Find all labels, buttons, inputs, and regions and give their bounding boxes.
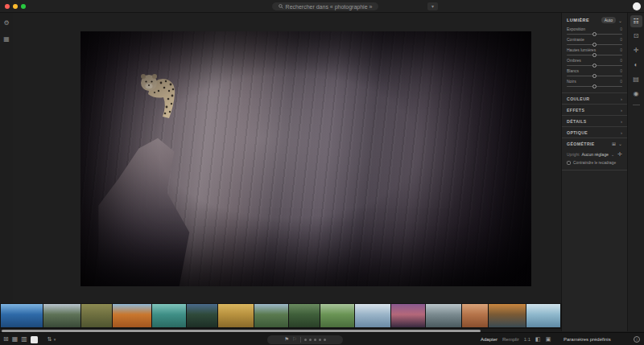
light-panel-header: LUMIÈRE Auto ⌄ — [562, 13, 627, 27]
upright-label: Upright — [567, 153, 579, 157]
thumbnail-green-lake[interactable] — [254, 304, 288, 327]
add-photos-icon[interactable]: ⊞ — [3, 336, 9, 343]
rating-star-5[interactable] — [324, 339, 326, 341]
constrain-crop-row: Contraindre le recadrage — [567, 161, 622, 165]
slider-label: Blancs — [567, 68, 579, 73]
thumbnail-golden-field[interactable] — [218, 304, 254, 327]
grid-icon[interactable]: ▦ — [0, 32, 13, 45]
section-couleur[interactable]: COULEUR› — [562, 92, 627, 104]
section-label: GÉOMÉTRIE — [567, 142, 612, 146]
zoom-controls: AdapterRemplir1:1◧▣ — [481, 333, 551, 345]
slider-handle[interactable] — [592, 53, 597, 57]
light-panel-title: LUMIÈRE — [567, 18, 599, 23]
rating-star-4[interactable] — [319, 339, 321, 341]
geometry-tool-icon[interactable]: ⊞ — [612, 141, 616, 146]
slider-row: Hautes lumières0 — [567, 47, 622, 55]
search-input[interactable]: Rechercher dans « photographie » — [272, 2, 378, 10]
more-icon[interactable]: ◉ — [630, 88, 642, 100]
section-gomtrie[interactable]: GÉOMÉTRIE⊞⌄ — [562, 138, 627, 149]
section-dtails[interactable]: DÉTAILS› — [562, 115, 627, 126]
view-controls: ⊞▦▥⇅▾ — [3, 333, 56, 345]
slider-handle[interactable] — [592, 43, 597, 47]
rating-star-2[interactable] — [309, 339, 312, 341]
lightroom-window: Rechercher dans « photographie » ▾ ⚙ ▦ — [0, 0, 644, 345]
photo-canvas — [13, 13, 561, 303]
section-optique[interactable]: OPTIQUE› — [562, 126, 627, 138]
thumbnail-desert-dunes[interactable] — [113, 304, 151, 327]
geometry-body: Upright Aucun réglage ⌄ ✛ Contraindre le… — [562, 149, 627, 170]
panel-sections: COULEUR›EFFETS›DÉTAILS›OPTIQUE›GÉOMÉTRIE… — [562, 92, 627, 149]
minimize-window-button[interactable] — [13, 4, 18, 9]
grid-view-icon[interactable]: ▦ — [12, 336, 19, 343]
slider-handle[interactable] — [592, 84, 597, 88]
auto-button[interactable]: Auto — [601, 17, 616, 23]
thumbnail-acacia-sunset[interactable] — [391, 304, 425, 327]
zoom-window-button[interactable] — [21, 4, 26, 9]
thumbnail-forest-river[interactable] — [289, 304, 320, 327]
rating-star-1[interactable] — [304, 339, 307, 341]
slider-label: Hautes lumières — [567, 47, 596, 52]
presets-button[interactable]: Paramètres prédéfinis — [564, 333, 611, 345]
square-grid-icon[interactable]: ▥ — [21, 336, 27, 343]
main-photo[interactable] — [80, 31, 531, 286]
thumbnail-river-delta[interactable] — [355, 304, 390, 327]
search-options-button[interactable]: ▾ — [427, 2, 438, 10]
thumbnail-savanna-aerial[interactable] — [81, 304, 112, 327]
constrain-crop-checkbox[interactable] — [567, 161, 571, 165]
rating-pill: ⚑ ⚐ — [267, 335, 343, 344]
slider-track[interactable] — [567, 55, 622, 56]
thumbnail-mountain-mirror[interactable] — [426, 304, 461, 327]
masking-icon[interactable]: ◐ — [630, 59, 642, 71]
star-rating — [304, 339, 326, 341]
slider-track[interactable] — [567, 44, 622, 46]
slider-track[interactable] — [567, 86, 622, 88]
chevron-down-icon: ⌄ — [611, 152, 614, 157]
divider — [300, 337, 301, 343]
upright-row: Upright Aucun réglage ⌄ ✛ — [567, 151, 622, 158]
slider-row: Noirs0 — [567, 79, 622, 87]
before-after-icon[interactable]: ◧ — [535, 336, 541, 343]
thumbnail-storm-lightning[interactable] — [187, 304, 217, 327]
guided-upright-icon[interactable]: ✛ — [617, 151, 622, 158]
slider-value: 0 — [620, 47, 622, 52]
slider-track[interactable] — [567, 65, 622, 67]
library-icon[interactable]: ⚙ — [0, 16, 13, 29]
pick-flag-icon[interactable]: ⚑ — [284, 337, 289, 343]
slider-track[interactable] — [567, 34, 622, 35]
slider-handle[interactable] — [592, 64, 597, 68]
crop-icon[interactable]: ⊡ — [630, 30, 642, 42]
slider-value: 0 — [620, 58, 622, 63]
upright-dropdown[interactable]: Aucun réglage — [581, 152, 608, 157]
thumbnail-teal-lagoon[interactable] — [152, 304, 186, 327]
thumbnail-glacier-ice[interactable] — [526, 304, 560, 327]
zoom-option[interactable]: 1:1 — [524, 337, 530, 342]
healing-icon[interactable]: ✛ — [630, 44, 642, 56]
sort-icon: ⇅ — [47, 336, 52, 343]
rating-star-3[interactable] — [314, 339, 316, 341]
section-effets[interactable]: EFFETS› — [562, 104, 627, 115]
slider-label: Noirs — [567, 79, 576, 84]
chevron-down-icon[interactable]: ⌄ — [618, 18, 622, 23]
thumbnail-rolling-hills[interactable] — [320, 304, 354, 327]
zoom-option[interactable]: Adapter — [481, 337, 497, 342]
sort-button[interactable]: ⇅▾ — [47, 336, 56, 343]
thumbnail-dolomite-peaks[interactable] — [43, 304, 80, 327]
slider-row: Blancs0 — [567, 68, 622, 76]
thumbnail-portrait-closeup[interactable] — [462, 304, 488, 327]
zoom-option[interactable]: Remplir — [502, 337, 519, 342]
account-avatar[interactable] — [633, 2, 641, 10]
info-icon[interactable]: i — [634, 336, 640, 343]
overlay-grid-icon[interactable]: ▣ — [546, 336, 551, 343]
thumbnail-arctic-blue[interactable] — [1, 304, 43, 327]
section-label: COULEUR — [567, 97, 621, 101]
edit-sliders-icon[interactable]: ☷ — [630, 15, 642, 27]
thumbnail-autumn-mountains[interactable] — [489, 304, 526, 327]
slider-track[interactable] — [567, 76, 622, 77]
slider-handle[interactable] — [592, 32, 597, 36]
close-window-button[interactable] — [5, 4, 10, 9]
reject-flag-icon[interactable]: ⚐ — [292, 337, 297, 343]
divider — [633, 105, 640, 105]
slider-handle[interactable] — [592, 74, 597, 78]
detail-view-icon[interactable] — [31, 336, 38, 343]
lens-icon[interactable]: ▤ — [630, 73, 642, 85]
